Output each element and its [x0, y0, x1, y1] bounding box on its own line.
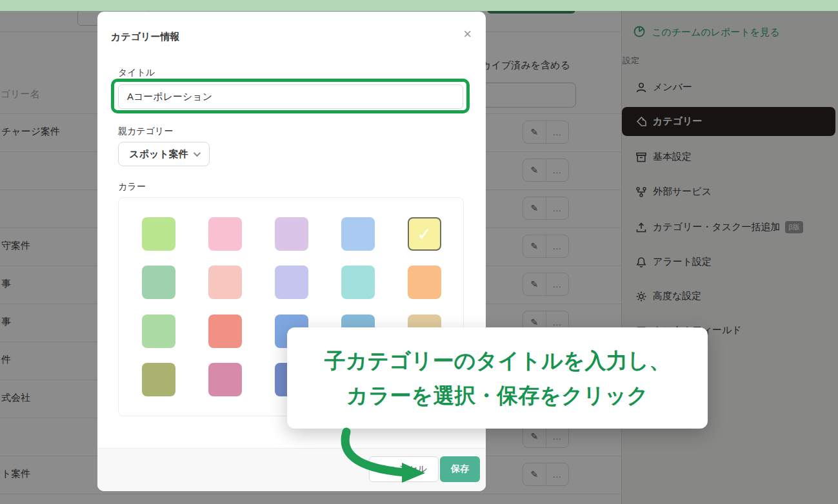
- modal-footer: キャンセル 保存: [97, 448, 486, 491]
- top-green-bar: [0, 0, 838, 11]
- color-swatch-17[interactable]: [208, 363, 242, 396]
- app-canvas: カテゴリー名 アーカイブ済みを含める チャージ案件✎…✎…✎…守案件✎…事✎…事…: [0, 0, 838, 504]
- color-field-label: カラー: [118, 181, 146, 193]
- tooltip-line-1: 子カテゴリーのタイトルを入力し、: [324, 345, 671, 377]
- title-input[interactable]: Aコーポレーション: [118, 84, 463, 109]
- color-swatch-6[interactable]: [142, 266, 175, 299]
- color-swatch-8[interactable]: [275, 266, 308, 299]
- close-icon[interactable]: ×: [463, 27, 472, 41]
- tooltip-line-2: カラーを選択・保存をクリック: [346, 380, 648, 412]
- parent-category-value: スポット案件: [129, 148, 188, 160]
- color-swatch-2[interactable]: [208, 217, 242, 251]
- parent-category-dropdown[interactable]: スポット案件: [118, 142, 210, 166]
- chevron-down-icon: [193, 150, 200, 157]
- color-swatch-7[interactable]: [208, 266, 242, 299]
- save-button[interactable]: 保存: [440, 456, 480, 482]
- tutorial-tooltip: 子カテゴリーのタイトルを入力し、 カラーを選択・保存をクリック: [287, 327, 708, 429]
- cancel-button[interactable]: キャンセル: [369, 456, 439, 482]
- color-swatch-3[interactable]: [275, 217, 308, 251]
- color-swatch-4[interactable]: [341, 217, 375, 251]
- color-swatch-11[interactable]: [142, 315, 175, 348]
- color-swatch-9[interactable]: [341, 266, 375, 299]
- color-swatch-1[interactable]: [142, 217, 175, 251]
- modal-title: カテゴリー情報: [111, 31, 179, 43]
- color-swatch-10[interactable]: [408, 266, 441, 299]
- color-swatch-selected[interactable]: ✓: [408, 217, 441, 251]
- color-swatch-16[interactable]: [142, 363, 175, 396]
- color-swatch-12[interactable]: [208, 315, 242, 348]
- parent-category-label: 親カテゴリー: [118, 126, 173, 137]
- title-field-label: タイトル: [118, 67, 155, 79]
